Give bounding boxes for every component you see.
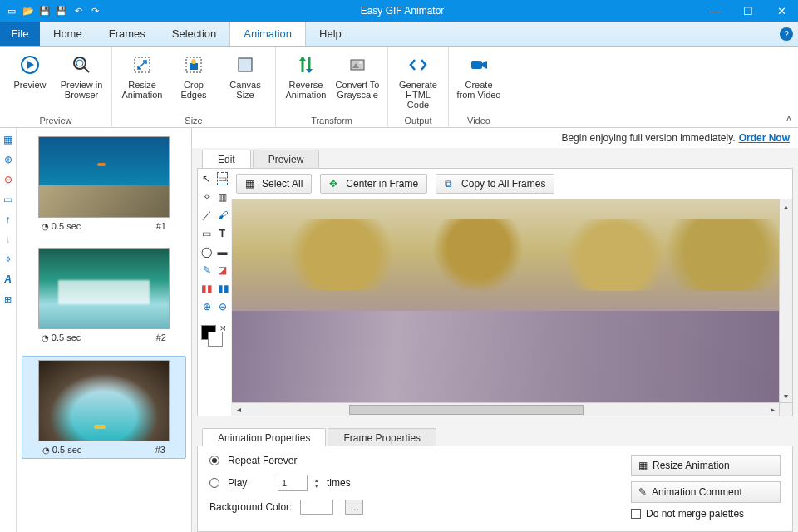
ribbon-group-preview: Preview Preview in Browser Preview (0, 47, 112, 127)
reverse-animation-button[interactable]: Reverse Animation (283, 50, 329, 100)
edit-toolbar: ▦Select All ✥Center in Frame ⧉Copy to Al… (231, 169, 792, 200)
tab-animation[interactable]: Animation (229, 22, 306, 46)
no-merge-checkbox[interactable] (631, 509, 641, 519)
frame-item[interactable]: 0.5 sec#2 (22, 244, 186, 346)
flip-tool-icon[interactable]: ▮▮ (201, 282, 213, 295)
close-icon[interactable]: ✕ (765, 0, 798, 22)
wand-tool-icon[interactable]: ✧ (201, 190, 212, 204)
tab-frames[interactable]: Frames (96, 22, 159, 46)
repeat-forever-radio[interactable] (209, 456, 219, 466)
tab-help[interactable]: Help (306, 22, 355, 46)
sidetool-1-icon[interactable]: ▦ (2, 133, 15, 146)
workarea: ▦ ⊕ ⊖ ▭ ↑ ↓ ✧ A ⊞ 0.5 sec#1 0.5 sec#2 0.… (0, 128, 798, 532)
frames-panel: 0.5 sec#1 0.5 sec#2 0.5 sec#3 (17, 128, 191, 532)
svg-marker-12 (306, 69, 313, 73)
resize-icon: ▦ (638, 460, 648, 471)
ribbon-group-transform: Reverse Animation Convert To Grayscale T… (276, 47, 388, 127)
text-tool-icon[interactable]: T (217, 227, 228, 240)
play-count-input[interactable]: 1 (278, 475, 308, 491)
sidetool-up-icon[interactable]: ↑ (2, 213, 15, 226)
help-icon[interactable]: ? (780, 27, 793, 41)
animation-comment-button[interactable]: ✎Animation Comment (631, 481, 781, 503)
bg-color-picker-button[interactable]: … (345, 500, 363, 515)
titlebar: ▭ 📂 💾 💾 ↶ ↷ Easy GIF Animator — ☐ ✕ (0, 0, 798, 22)
zoom-out-icon[interactable]: ⊖ (217, 300, 228, 313)
file-menu[interactable]: File (0, 22, 40, 46)
marquee-tool-icon[interactable]: ▭ (217, 172, 228, 185)
svg-line-3 (84, 67, 89, 72)
ribbon-collapse-icon[interactable]: ʌ (786, 113, 791, 122)
tab-anim-props[interactable]: Animation Properties (202, 428, 326, 446)
play-radio[interactable] (209, 478, 219, 488)
qat-open-icon[interactable]: 📂 (22, 4, 35, 17)
preview-browser-button[interactable]: Preview in Browser (58, 50, 105, 100)
editor-tabs: Edit Preview (197, 148, 793, 168)
property-tabs: Animation Properties Frame Properties (197, 426, 793, 446)
grayscale-icon (346, 53, 369, 76)
create-from-video-button[interactable]: Create from Video (456, 50, 502, 100)
rotate-tool-icon[interactable]: ▮▮ (218, 282, 229, 295)
sidetool-2-icon[interactable]: ⊕ (2, 153, 15, 166)
generate-html-button[interactable]: Generate HTML Code (395, 50, 441, 110)
ribbon: Preview Preview in Browser Preview Resiz… (0, 47, 798, 128)
brush-tool-icon[interactable]: 🖌 (217, 209, 228, 222)
svg-marker-11 (299, 57, 306, 61)
sidetool-text-icon[interactable]: A (2, 273, 15, 286)
sidetool-3-icon[interactable]: ⊖ (2, 173, 15, 186)
app-title: Easy GIF Animator (106, 5, 698, 17)
sidetool-effects-icon[interactable]: ✧ (2, 253, 15, 266)
tab-home[interactable]: Home (40, 22, 96, 46)
resize-animation-button[interactable]: Resize Animation (119, 50, 165, 100)
move-tool-icon[interactable]: ▥ (217, 190, 228, 204)
svg-marker-1 (27, 61, 34, 69)
qat-redo-icon[interactable]: ↷ (88, 4, 101, 17)
canvas-size-button[interactable]: Canvas Size (222, 50, 268, 100)
tab-preview[interactable]: Preview (253, 150, 320, 168)
reverse-icon (294, 53, 318, 76)
convert-grayscale-button[interactable]: Convert To Grayscale (334, 50, 381, 100)
frame-item[interactable]: 0.5 sec#3 (22, 356, 186, 459)
qat-save-icon[interactable]: 💾 (38, 4, 52, 17)
horizontal-scrollbar[interactable]: ◂▸ (232, 402, 779, 416)
order-now-link[interactable]: Order Now (739, 132, 790, 144)
rect-tool-icon[interactable]: ▭ (201, 227, 212, 240)
vertical-scrollbar[interactable]: ▴▾ (779, 200, 792, 402)
qat-undo-icon[interactable]: ↶ (71, 4, 85, 17)
frame-duration: 0.5 sec (42, 445, 81, 455)
sidetool-4-icon[interactable]: ▭ (2, 193, 15, 206)
select-all-icon: ▦ (245, 178, 257, 190)
swap-colors-icon[interactable]: ⤭ (219, 323, 226, 332)
zoom-in-icon[interactable]: ⊕ (201, 300, 212, 313)
properties-panel: Repeat Forever Play 1▴▾ times Background… (197, 446, 793, 532)
ellipse-tool-icon[interactable]: ◯ (201, 245, 212, 259)
eyedropper-tool-icon[interactable]: ✎ (201, 264, 212, 277)
play-count-spinner[interactable]: ▴▾ (315, 477, 318, 489)
fill-tool-icon[interactable]: ▬ (217, 245, 228, 259)
copy-all-frames-button[interactable]: ⧉Copy to All Frames (436, 174, 554, 194)
tab-selection[interactable]: Selection (159, 22, 229, 46)
resize-animation-prop-button[interactable]: ▦Resize Animation (631, 455, 781, 476)
qat-new-icon[interactable]: ▭ (5, 4, 18, 17)
canvas[interactable] (232, 200, 779, 402)
draw-tools: ↖▭ ✧▥ ／🖌 ▭T ◯▬ ✎◪ ▮▮▮▮ ⊕⊖ ⤭ (198, 169, 231, 416)
bg-color-swatch[interactable] (300, 500, 333, 515)
qat-saveas-icon[interactable]: 💾 (55, 4, 68, 17)
color-swatch[interactable]: ⤭ (201, 325, 228, 350)
select-all-button[interactable]: ▦Select All (236, 174, 312, 194)
frame-duration: 0.5 sec (42, 332, 81, 342)
eraser-tool-icon[interactable]: ◪ (217, 264, 228, 277)
sidetool-grid-icon[interactable]: ⊞ (2, 293, 15, 306)
svg-point-15 (359, 61, 362, 64)
maximize-icon[interactable]: ☐ (732, 0, 765, 22)
preview-button[interactable]: Preview (7, 50, 53, 90)
frame-item[interactable]: 0.5 sec#1 (22, 133, 186, 234)
center-frame-button[interactable]: ✥Center in Frame (320, 174, 427, 194)
line-tool-icon[interactable]: ／ (201, 209, 212, 222)
pointer-tool-icon[interactable]: ↖ (201, 172, 212, 185)
tab-frame-props[interactable]: Frame Properties (328, 428, 436, 446)
crop-edges-button[interactable]: Crop Edges (170, 50, 217, 100)
minimize-icon[interactable]: — (698, 0, 732, 22)
tab-edit[interactable]: Edit (202, 150, 251, 168)
window-controls: — ☐ ✕ (698, 0, 798, 22)
sidetool-down-icon[interactable]: ↓ (2, 233, 15, 246)
